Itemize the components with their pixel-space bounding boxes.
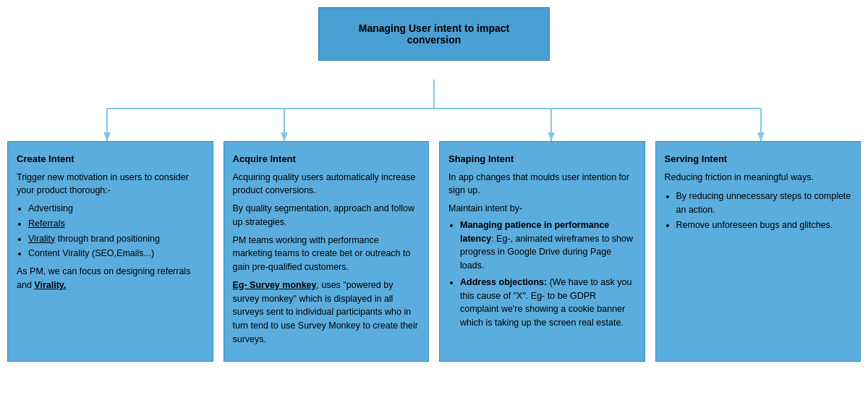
list-item-referrals: Referrals: [28, 217, 204, 231]
svg-marker-8: [548, 132, 555, 141]
serving-list-item-2: Remove unforeseen bugs and glitches.: [676, 218, 852, 232]
serving-list-item-1: By reducing unnecessary steps to complet…: [676, 190, 852, 217]
svg-marker-6: [103, 132, 111, 141]
create-intent-p1: Trigger new motivation in users to consi…: [17, 171, 204, 198]
create-intent-list: Advertising Referrals Virality through b…: [28, 202, 204, 260]
list-item-advertising: Advertising: [28, 202, 204, 216]
list-item-content-virality: Content Virality (SEO,Emails...): [28, 247, 204, 260]
shaping-list-item-2: Address objections: (We have to ask you …: [460, 276, 636, 330]
svg-marker-7: [281, 132, 288, 141]
serving-intent-card: Serving Intent Reducing friction in mean…: [655, 141, 861, 362]
acquire-intent-title: Acquire Intent: [233, 152, 420, 166]
acquire-intent-p3: PM teams working with performance market…: [233, 234, 420, 274]
create-intent-title: Create Intent: [17, 152, 204, 166]
shaping-intent-p2: Maintain intent by-: [448, 202, 636, 216]
main-title: Managing User intent to impact conversio…: [359, 22, 509, 46]
acquire-intent-p1: Acquiring quality users automatically in…: [233, 171, 420, 198]
shaping-intent-title: Shaping Intent: [448, 152, 636, 166]
shaping-intent-p1: In app changes that moulds user intentio…: [448, 171, 636, 198]
create-intent-footer: As PM, we can focus on designing referra…: [17, 265, 204, 292]
acquire-intent-card: Acquire Intent Acquiring quality users a…: [224, 141, 430, 362]
acquire-intent-p2: By quality segmentation, approach and fo…: [233, 202, 420, 229]
serving-intent-list: By reducing unnecessary steps to complet…: [676, 190, 852, 232]
serving-intent-p1: Reducing friction in meaningful ways.: [665, 171, 852, 184]
main-title-box: Managing User intent to impact conversio…: [318, 7, 550, 61]
acquire-intent-p4: Eg- Survey monkey, uses "powered by surv…: [233, 279, 420, 347]
svg-marker-9: [757, 132, 765, 141]
cards-row: Create Intent Trigger new motivation in …: [7, 141, 861, 362]
shaping-intent-card: Shaping Intent In app changes that mould…: [439, 141, 645, 362]
create-intent-card: Create Intent Trigger new motivation in …: [7, 141, 213, 362]
diagram-container: Managing User intent to impact conversio…: [0, 0, 868, 416]
serving-intent-title: Serving Intent: [665, 152, 852, 166]
shaping-intent-list: Managing patience in performance latency…: [460, 218, 636, 330]
list-item-virality: Virality through brand positioning: [28, 232, 204, 246]
shaping-list-item-1: Managing patience in performance latency…: [460, 218, 636, 273]
